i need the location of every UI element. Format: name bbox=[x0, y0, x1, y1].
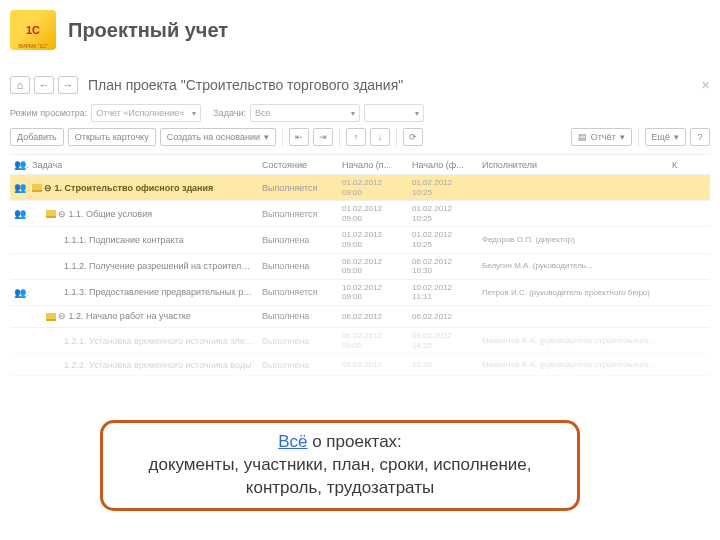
task-cell: 1.1.2. Получение разрешений на строитель… bbox=[28, 258, 258, 274]
state-cell: Выполняется bbox=[258, 206, 338, 222]
state-cell: Выполнена bbox=[258, 308, 338, 324]
start-plan-cell: 10.02.2012 09:00 bbox=[338, 280, 408, 305]
nav-bar: ⌂ ← → План проекта "Строительство торгов… bbox=[10, 76, 710, 94]
state-cell: Выполнена bbox=[258, 232, 338, 248]
close-icon[interactable]: ✕ bbox=[701, 79, 710, 92]
exec-cell bbox=[478, 313, 668, 319]
folder-icon bbox=[46, 210, 56, 218]
exec-cell: Белугин М.А. (руководитель... bbox=[478, 258, 668, 274]
help-button[interactable]: ? bbox=[690, 128, 710, 146]
start-fact-cell: 06.02.2012 bbox=[408, 309, 478, 325]
task-cell: ⊖ 1.2. Начало работ на участке bbox=[28, 308, 258, 324]
col-task[interactable]: Задача bbox=[28, 157, 258, 173]
start-fact-cell: 01.02.2012 10:25 bbox=[408, 201, 478, 226]
exec-cell: Петров И.С. (руководитель проектного бюр… bbox=[478, 285, 668, 301]
people-icon: 👥 bbox=[14, 159, 28, 170]
people-icon: 👥 bbox=[14, 182, 28, 193]
task-grid: 👥 Задача Состояние Начало (п... Начало (… bbox=[10, 154, 710, 376]
state-cell: Выполнена bbox=[258, 357, 338, 373]
table-row[interactable]: 1.2.2. Установка временного источника во… bbox=[10, 354, 710, 376]
start-plan-cell: 08.02.2012 bbox=[338, 357, 408, 373]
col-start-plan[interactable]: Начало (п... bbox=[338, 157, 408, 173]
folder-icon bbox=[46, 313, 56, 321]
table-row[interactable]: 👥1.1.3. Предоставление предварительных р… bbox=[10, 280, 710, 306]
home-button[interactable]: ⌂ bbox=[10, 76, 30, 94]
people-icon: 👥 bbox=[14, 287, 28, 298]
start-plan-cell: 06.02.2012 09:00 bbox=[338, 328, 408, 353]
state-cell: Выполнена bbox=[258, 333, 338, 349]
start-fact-cell: 01.02.2012 10:25 bbox=[408, 175, 478, 200]
chevron-down-icon: ▾ bbox=[415, 109, 419, 118]
page-title: Проектный учет bbox=[68, 19, 228, 42]
task-cell: 1.2.2. Установка временного источника во… bbox=[28, 357, 258, 373]
table-row[interactable]: 1.2.1. Установка временного источника эл… bbox=[10, 328, 710, 354]
filter-bar: Режим просмотра: Отчет «Исполнение» ▾ За… bbox=[10, 104, 710, 122]
logo-1c: 1C ФИРМА "1С" bbox=[10, 10, 56, 50]
task-cell: ⊖ 1.1. Общие условия bbox=[28, 206, 258, 222]
callout-box: Всё о проектах: документы, участники, пл… bbox=[100, 420, 580, 511]
table-row[interactable]: ⊖ 1.2. Начало работ на участкеВыполнена0… bbox=[10, 306, 710, 328]
mode-label: Режим просмотра: bbox=[10, 108, 87, 118]
refresh-button[interactable]: ⟳ bbox=[403, 128, 423, 146]
col-state[interactable]: Состояние bbox=[258, 157, 338, 173]
state-cell: Выполняется bbox=[258, 180, 338, 196]
chevron-down-icon: ▾ bbox=[192, 109, 196, 118]
folder-icon bbox=[32, 184, 42, 192]
people-icon: 👥 bbox=[14, 208, 28, 219]
start-fact-cell: 06.02.2012 10:30 bbox=[408, 254, 478, 279]
start-fact-cell: 10.30 bbox=[408, 357, 478, 373]
exec-cell: Мамонтов В.А. (руководитель строительног… bbox=[478, 333, 668, 349]
start-fact-cell: 06.02.2012 14:35 bbox=[408, 328, 478, 353]
exec-cell bbox=[478, 211, 668, 217]
toolbar: Добавить Открыть карточку Создать на осн… bbox=[10, 128, 710, 146]
start-fact-cell: 10.02.2012 11:11 bbox=[408, 280, 478, 305]
more-button[interactable]: Ещё ▾ bbox=[645, 128, 686, 146]
task-cell: 1.2.1. Установка временного источника эл… bbox=[28, 333, 258, 349]
extra-select[interactable]: ▾ bbox=[364, 104, 424, 122]
start-plan-cell: 01.02.2012 09:00 bbox=[338, 227, 408, 252]
exec-cell: Федоров О.П. (директор) bbox=[478, 232, 668, 248]
col-k[interactable]: К bbox=[668, 157, 690, 173]
table-row[interactable]: 👥⊖ 1. Строительство офисного зданияВыпол… bbox=[10, 175, 710, 201]
logo-subtext: ФИРМА "1С" bbox=[18, 43, 48, 49]
grid-header-row: 👥 Задача Состояние Начало (п... Начало (… bbox=[10, 155, 710, 175]
move-up-button[interactable]: ↑ bbox=[346, 128, 366, 146]
state-cell: Выполнена bbox=[258, 258, 338, 274]
task-cell: ⊖ 1. Строительство офисного здания bbox=[28, 180, 258, 196]
document-title: План проекта "Строительство торгового зд… bbox=[88, 77, 403, 93]
move-down-button[interactable]: ↓ bbox=[370, 128, 390, 146]
col-executors[interactable]: Исполнители bbox=[478, 157, 668, 173]
exec-cell: Мамонтов В.А. (руководитель строительног… bbox=[478, 357, 668, 373]
callout-line2: документы, участники, план, сроки, испол… bbox=[113, 454, 567, 500]
tasks-value: Все bbox=[255, 108, 271, 118]
col-start-fact[interactable]: Начало (ф... bbox=[408, 157, 478, 173]
table-row[interactable]: 👥⊖ 1.1. Общие условияВыполняется01.02.20… bbox=[10, 201, 710, 227]
add-button[interactable]: Добавить bbox=[10, 128, 64, 146]
indent-right-button[interactable]: ⇥ bbox=[313, 128, 333, 146]
slide-header: 1C ФИРМА "1С" Проектный учет bbox=[10, 6, 710, 62]
start-plan-cell: 01.02.2012 09:00 bbox=[338, 201, 408, 226]
callout-highlight: Всё bbox=[278, 432, 307, 451]
table-row[interactable]: 1.1.2. Получение разрешений на строитель… bbox=[10, 254, 710, 280]
start-fact-cell: 01.02.2012 10:25 bbox=[408, 227, 478, 252]
task-cell: 1.1.3. Предоставление предварительных ра… bbox=[28, 284, 258, 300]
mode-value: Отчет «Исполнение» bbox=[96, 108, 184, 118]
chevron-down-icon: ▾ bbox=[351, 109, 355, 118]
tasks-select[interactable]: Все ▾ bbox=[250, 104, 360, 122]
state-cell: Выполняется bbox=[258, 284, 338, 300]
back-button[interactable]: ← bbox=[34, 76, 54, 94]
report-button[interactable]: ▤ Отчёт ▾ bbox=[571, 128, 632, 146]
indent-left-button[interactable]: ⇤ bbox=[289, 128, 309, 146]
start-plan-cell: 06.02.2012 bbox=[338, 309, 408, 325]
start-plan-cell: 06.02.2012 09:00 bbox=[338, 254, 408, 279]
forward-button[interactable]: → bbox=[58, 76, 78, 94]
create-based-button[interactable]: Создать на основании▾ bbox=[160, 128, 276, 146]
open-card-button[interactable]: Открыть карточку bbox=[68, 128, 156, 146]
table-row[interactable]: 1.1.1. Подписание контрактаВыполнена01.0… bbox=[10, 227, 710, 253]
logo-text: 1C bbox=[26, 24, 40, 36]
task-cell: 1.1.1. Подписание контракта bbox=[28, 232, 258, 248]
start-plan-cell: 01.02.2012 09:00 bbox=[338, 175, 408, 200]
tasks-label: Задачи: bbox=[213, 108, 246, 118]
mode-select[interactable]: Отчет «Исполнение» ▾ bbox=[91, 104, 201, 122]
exec-cell bbox=[478, 185, 668, 191]
